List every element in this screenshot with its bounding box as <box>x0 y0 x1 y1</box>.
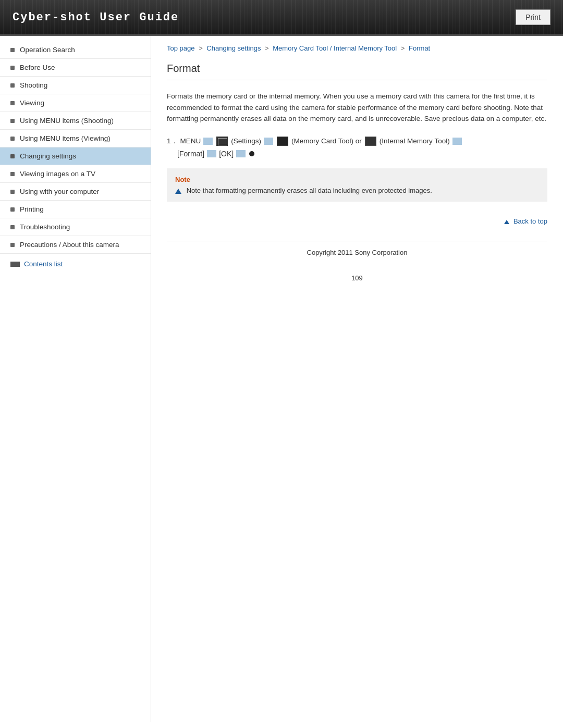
memory-card-icon <box>277 137 288 146</box>
format-label: [Format] <box>177 150 204 158</box>
sidebar-label: Viewing images on a TV <box>20 170 95 178</box>
content-description: Formats the memory card or the internal … <box>167 91 547 125</box>
confirm-dot-icon <box>249 151 254 156</box>
breadcrumb-sep-2: > <box>265 44 271 52</box>
sidebar-label: Precautions / About this camera <box>20 241 119 249</box>
bullet-icon <box>10 83 15 88</box>
print-button[interactable]: Print <box>516 9 550 25</box>
sidebar-label: Operation Search <box>20 46 75 54</box>
sidebar-item-viewing-tv[interactable]: Viewing images on a TV <box>0 165 151 183</box>
sidebar: Operation Search Before Use Shooting Vie… <box>0 36 151 722</box>
settings-icon <box>216 137 228 146</box>
contents-list-label: Contents list <box>24 260 63 268</box>
step-line-2: [Format] [OK] <box>167 150 547 158</box>
arrow-icon-4 <box>207 150 216 157</box>
bullet-icon <box>10 225 15 229</box>
main-container: Operation Search Before Use Shooting Vie… <box>0 36 563 722</box>
bullet-icon <box>10 207 15 212</box>
sidebar-item-before-use[interactable]: Before Use <box>0 59 151 77</box>
steps-section: 1． MENU (Settings) (Memory Card Tool) or… <box>167 135 547 158</box>
step-menu-label: MENU <box>180 135 201 147</box>
page-header: Cyber-shot User Guide Print <box>0 0 563 36</box>
internal-label: (Internal Memory Tool) <box>380 135 450 147</box>
sidebar-item-menu-shooting[interactable]: Using MENU items (Shooting) <box>0 112 151 130</box>
back-to-top: Back to top <box>167 212 547 230</box>
footer: Copyright 2011 Sony Corporation <box>167 241 547 264</box>
bullet-icon <box>10 119 15 123</box>
arrow-icon-2 <box>264 138 273 145</box>
sidebar-label: Printing <box>20 205 44 213</box>
breadcrumb-sep-1: > <box>199 44 204 52</box>
sidebar-item-menu-viewing[interactable]: Using MENU items (Viewing) <box>0 130 151 147</box>
page-number: 109 <box>167 264 547 292</box>
sidebar-label: Using MENU items (Shooting) <box>20 117 114 125</box>
sidebar-label: Using MENU items (Viewing) <box>20 134 111 142</box>
sidebar-item-changing-settings[interactable]: Changing settings <box>0 147 151 165</box>
back-to-top-link[interactable]: Back to top <box>504 217 547 225</box>
sidebar-label: Before Use <box>20 64 55 71</box>
note-content: Note that formatting permanently erases … <box>187 187 432 194</box>
sidebar-item-using-computer[interactable]: Using with your computer <box>0 183 151 201</box>
note-text: Note that formatting permanently erases … <box>175 187 539 194</box>
copyright-text: Copyright 2011 Sony Corporation <box>307 249 408 256</box>
breadcrumb-top-page[interactable]: Top page <box>167 44 195 52</box>
note-box: Note Note that formatting permanently er… <box>167 168 547 202</box>
sidebar-item-troubleshooting[interactable]: Troubleshooting <box>0 218 151 236</box>
page-title: Format <box>167 63 547 80</box>
settings-label: (Settings) <box>231 135 261 147</box>
sidebar-item-shooting[interactable]: Shooting <box>0 77 151 94</box>
bullet-icon <box>10 137 15 141</box>
sidebar-label: Viewing <box>20 99 44 107</box>
step-line-1: 1． MENU (Settings) (Memory Card Tool) or… <box>167 135 547 147</box>
back-to-top-label: Back to top <box>513 217 547 225</box>
bullet-icon <box>10 101 15 105</box>
bullet-icon <box>10 66 15 70</box>
bullet-icon <box>10 154 15 158</box>
site-title: Cyber-shot User Guide <box>13 11 179 24</box>
breadcrumb-sep-3: > <box>401 44 407 52</box>
sidebar-item-printing[interactable]: Printing <box>0 201 151 218</box>
sidebar-item-operation-search[interactable]: Operation Search <box>0 41 151 59</box>
sidebar-label: Using with your computer <box>20 188 99 195</box>
bullet-icon <box>10 243 15 247</box>
sidebar-item-precautions[interactable]: Precautions / About this camera <box>0 236 151 254</box>
contents-list-icon <box>10 262 20 267</box>
arrow-icon-3 <box>452 138 462 145</box>
arrow-icon-5 <box>236 150 246 157</box>
breadcrumb: Top page > Changing settings > Memory Ca… <box>167 36 547 63</box>
memory-label: (Memory Card Tool) or <box>291 135 362 147</box>
back-to-top-icon <box>504 220 509 224</box>
sidebar-item-viewing[interactable]: Viewing <box>0 94 151 112</box>
breadcrumb-format[interactable]: Format <box>409 44 430 52</box>
content-area: Top page > Changing settings > Memory Ca… <box>151 36 563 722</box>
bullet-icon <box>10 190 15 194</box>
breadcrumb-memory-card-tool[interactable]: Memory Card Tool / Internal Memory Tool <box>273 44 397 52</box>
sidebar-label: Changing settings <box>20 152 76 160</box>
arrow-icon-1 <box>203 138 213 145</box>
bullet-icon <box>10 48 15 52</box>
step-number: 1． <box>167 135 178 147</box>
sidebar-label: Shooting <box>20 81 47 89</box>
note-triangle-icon <box>175 189 181 194</box>
breadcrumb-changing-settings[interactable]: Changing settings <box>206 44 261 52</box>
ok-label: [OK] <box>219 150 234 158</box>
sidebar-label: Troubleshooting <box>20 223 70 231</box>
contents-list-link[interactable]: Contents list <box>0 254 151 274</box>
internal-memory-icon <box>365 137 376 146</box>
note-title: Note <box>175 176 539 183</box>
bullet-icon <box>10 172 15 176</box>
